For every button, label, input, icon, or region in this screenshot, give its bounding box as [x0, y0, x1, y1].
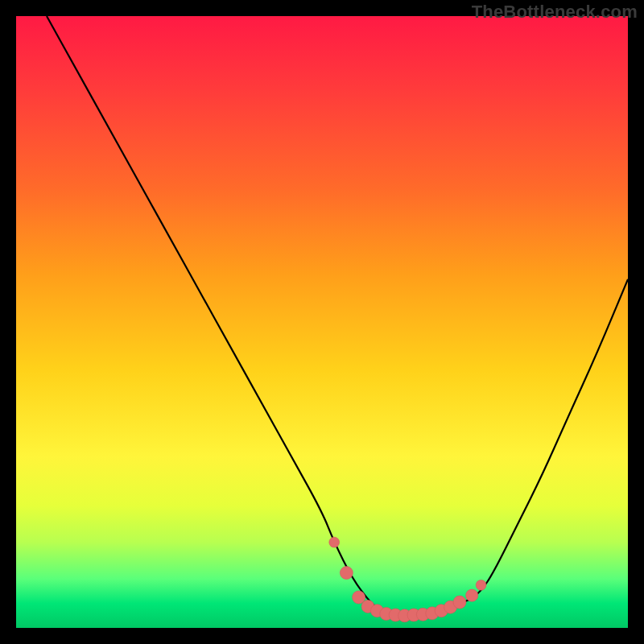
curve-marker	[466, 589, 478, 601]
chart-stage: TheBottleneck.com	[0, 0, 644, 644]
curve-marker	[340, 567, 353, 580]
watermark-text: TheBottleneck.com	[472, 2, 638, 23]
bottleneck-curve	[47, 16, 628, 616]
plot-area	[16, 16, 628, 628]
curve-markers	[329, 537, 486, 622]
curve-marker	[453, 596, 466, 609]
curve-marker	[476, 580, 486, 590]
chart-svg	[16, 16, 628, 628]
curve-marker	[329, 537, 340, 547]
